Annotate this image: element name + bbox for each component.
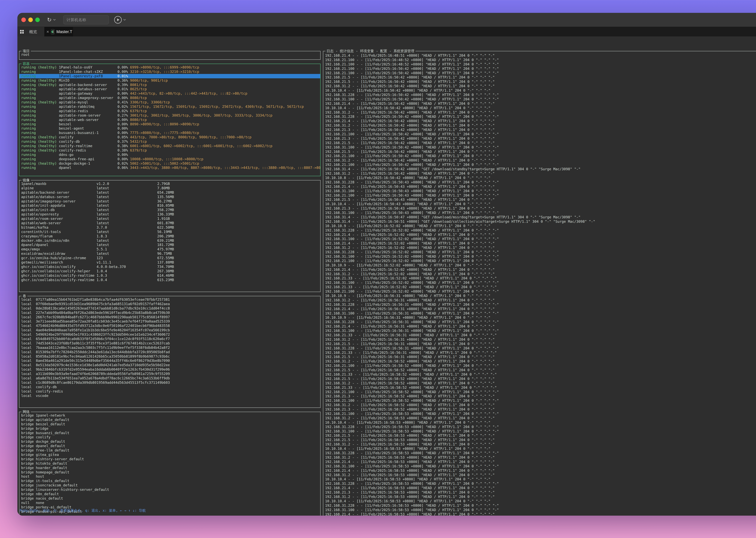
container-row[interactable]: running apitable-imageproxy-server 0.00%… (21, 96, 320, 100)
container-row[interactable]: running deepseek-free-api 0.00% 10008->8… (21, 157, 320, 161)
volume-row[interactable]: local 7baaaa16112e8bc7caa2aa3c5803c7f5fc… (21, 346, 320, 350)
volume-row[interactable]: local 815309a7bffc78204b2550ddc244a3e61d… (21, 350, 320, 354)
volume-row[interactable]: local 5496924be29ff690b65e1f031c4386023f… (21, 332, 320, 337)
network-row[interactable]: bridge hitokto_default (21, 461, 320, 466)
network-row[interactable]: bridge hishtory-server_default (21, 457, 320, 461)
image-row[interactable]: apitable/web-server latest 601.87MB (21, 221, 320, 225)
container-row[interactable]: running (healthy) coolify 0.05% 443/tcp,… (21, 135, 320, 139)
image-row[interactable]: ghcr.io/coollabsio/coolify-realtime 1.0.… (21, 278, 320, 282)
volume-row[interactable]: local a311b690e3b93a9efaad74f6e62068789c… (21, 372, 320, 376)
volume-row[interactable]: local 85058a2d0181e9bcfec04aa61261426b65… (21, 354, 320, 359)
network-row[interactable]: bridge linuxserver-hishtory-server_defau… (21, 488, 320, 492)
panel-project[interactable]: 项目 root (19, 51, 321, 60)
close-window-button[interactable] (21, 18, 26, 22)
container-row[interactable]: running apitable-rabbitmq 0.02% 15671/tc… (21, 104, 320, 109)
image-row[interactable]: gcr.io/zenika-hub/alpine-chrome 123 672.… (21, 256, 320, 260)
container-row[interactable]: running beszel 0.00% 8090->8090/tcp, :::… (21, 122, 320, 127)
network-row[interactable]: bridge beszel_default (21, 422, 320, 426)
volume-row[interactable]: local 9bb23846bfc6319fd2e95594eaba16ddab… (21, 367, 320, 372)
container-row[interactable]: running apitable-web-server 0.00% 8080/t… (21, 118, 320, 122)
container-row[interactable]: running (healthy) MinIO 0.36% 9000/tcp, … (21, 78, 320, 83)
network-row[interactable]: bridge hoarder_default (21, 466, 320, 470)
network-row[interactable]: bridge n8n_default (21, 492, 320, 496)
volume-row[interactable]: local 47546024b96d80435d75fd93712a3dbc0e… (21, 324, 320, 328)
container-row[interactable]: running busuanzi-busuanzi-1 0.00% 7775->… (21, 131, 320, 135)
network-row[interactable]: host host (21, 474, 320, 479)
network-row[interactable]: bridge dockge_default (21, 439, 320, 444)
container-row[interactable]: running beszel-agent 0.00% (21, 126, 320, 131)
container-row[interactable]: running apitable-redis 0.02% 6379/tcp (21, 109, 320, 113)
container-row[interactable]: running dpanel 0.06% 3443->443/tcp, 3880… (21, 166, 320, 170)
image-row[interactable]: corentinth/it-tools latest 56.19MB (21, 230, 320, 234)
volume-row[interactable]: local coolify-db (21, 385, 320, 389)
image-row[interactable]: bitnami/kafka 3.7.0 622.50MB (21, 225, 320, 230)
image-row[interactable]: 1panel/maxkb v1.2.0 2.79GB (21, 182, 320, 186)
container-row[interactable]: running (healthy) dockge-dockge-1 0.02% … (21, 161, 320, 166)
container-row[interactable]: running apitable-gateway 0.00% 442->443/… (21, 91, 320, 96)
image-row[interactable]: apitable/room-server latest 1.91GB (21, 217, 320, 221)
panel-volumes[interactable]: 卷 local 07177a80ea15b64761bd2f1a8e838b4c… (19, 296, 321, 408)
host-input[interactable] (64, 18, 109, 22)
minimize-window-button[interactable] (28, 18, 33, 22)
tab-terminal-session[interactable]: × $▍ Master.T (44, 27, 73, 36)
volume-row[interactable]: local 74d53d43ce23f68bf3a9b11c3f35ff6ce3… (21, 341, 320, 346)
zoom-window-button[interactable] (35, 18, 40, 22)
container-row[interactable]: running (healthy) apitable-backend-serve… (21, 83, 320, 87)
image-row[interactable]: ghcr.io/coollabsio/coolify-realtime 1.0.… (21, 273, 320, 278)
image-row[interactable]: apitable/init-db latest 358.27MB (21, 208, 320, 212)
volume-row[interactable]: local 3e711eee86ad5baea85e72aa20fa81cb03… (21, 319, 320, 324)
container-row[interactable]: running (healthy) coolify-redis 0.38% 63… (21, 148, 320, 153)
image-row[interactable]: dpanel/dpanel latest 181.72MB (21, 243, 320, 247)
container-row[interactable]: running apitable-room-server 0.27% 3001/… (21, 113, 320, 118)
volume-row[interactable]: local 07f60ebae9e9391cd53d31ea9689b675cb… (21, 302, 320, 306)
image-row[interactable]: alpine latest 7.80MB (21, 186, 320, 190)
panel-images[interactable]: 镜像 1panel/maxkb v1.2.0 2.79GBalpine late… (19, 180, 321, 292)
sync-control[interactable]: ↻ (47, 13, 56, 27)
image-row[interactable]: getmeili/meilisearch v1.11.1 137.88MB (21, 260, 320, 265)
volume-row[interactable]: local 8aed36a461a291de50c315e54489d6ef35… (21, 358, 320, 363)
image-row[interactable]: apitable/databus-server latest 135.56MB (21, 195, 320, 199)
network-row[interactable]: bridge coolify (21, 435, 320, 439)
close-tab-icon[interactable]: × (46, 29, 49, 34)
image-row[interactable]: apitable/backend-server latest 654.28MB (21, 190, 320, 195)
volume-row[interactable]: local a6a8d7b11be534f651ea7a052a678a4dbd… (21, 376, 320, 380)
image-row[interactable]: ghcr.io/coollabsio/coolify-helper 1.0.4 … (21, 269, 320, 273)
network-row[interactable]: bridge gitea_gitea (21, 453, 320, 457)
run-control[interactable] (114, 13, 126, 27)
tab-overview[interactable]: 概览 (17, 27, 44, 36)
volume-row[interactable]: local 227e7abb99a484a0baf6f26a2d863ede59… (21, 311, 320, 315)
volume-row[interactable]: local c1c8689d8c8fcae86179da309db8019569… (21, 380, 320, 385)
volume-row[interactable]: local 2667cfec920b8b94ba8fc6271c4687bbb9… (21, 315, 320, 319)
volume-row[interactable]: local 07177a80ea15b64761bd2f1a8e838b4ca7… (21, 297, 320, 302)
network-row[interactable]: bridge dpanel_default (21, 444, 320, 448)
network-row[interactable]: bridge bridge (21, 426, 320, 431)
host-selector[interactable] (63, 15, 109, 24)
container-row[interactable]: running (healthy) coolify-realtime 0.38%… (21, 144, 320, 148)
image-row[interactable]: docker.n8n.io/n8nio/n8n latest 639.21MB (21, 239, 320, 243)
network-row[interactable]: bridge nacos_default (21, 496, 320, 501)
image-row[interactable]: apitable/imageproxy-server latest 36.27M… (21, 199, 320, 203)
image-row[interactable]: apitable/init-appdata latest 816.05MB (21, 203, 320, 208)
container-row[interactable]: running apitable-databus-server 0.01% 86… (21, 87, 320, 91)
image-row[interactable]: ghcr.io/coollabsio/coolify 4.0.0-beta.37… (21, 265, 320, 269)
volume-row[interactable]: local 4ae04e94e040aae7a958fe1a1b1b3dc6be… (21, 328, 320, 332)
network-row[interactable]: bridge homepage_default (21, 470, 320, 474)
container-row[interactable]: running 1Panel-lobe-chat-sIKZ 0.00% 3210… (21, 70, 320, 74)
panel-containers[interactable]: 容器 running (healthy) 1Panel-halo-os6Y 0.… (19, 64, 321, 176)
panel-logs[interactable]: 日志 - 统计信息 - 环境变量 - 配置 - 系统资源管理 192.168.2… (323, 51, 756, 515)
container-row[interactable]: running (healthy) 1Panel-halo-os6Y 0.00%… (21, 65, 320, 70)
image-row[interactable]: crazymax/flarum 1.8.3 206.29MB (21, 234, 320, 239)
network-row[interactable]: bridge apitable_default (21, 418, 320, 422)
network-row[interactable]: null none (21, 501, 320, 505)
network-row[interactable]: bridge busuanzi_default (21, 431, 320, 435)
image-row[interactable]: emqx/emqx 5.5.1 475.97MB (21, 247, 320, 251)
network-row[interactable]: bridge jsoncrackcom_default (21, 483, 320, 488)
volume-row[interactable]: local vscode (21, 394, 320, 398)
container-row[interactable]: running (healthy) coolify-db 0.37% 5432/… (21, 139, 320, 144)
network-row[interactable]: bridge 1panel-network (21, 413, 320, 418)
network-row[interactable]: bridge it-tools_default (21, 479, 320, 483)
image-row[interactable]: apitable/openresty latest 136.33MB (21, 212, 320, 217)
container-row[interactable]: running 1Panel-openresty-pxF8 0.01% (19, 74, 320, 78)
volume-row[interactable]: local 8e513da502079c4e1536ce1d38e1a6d0d4… (21, 363, 320, 367)
panel-networks[interactable]: 网络 bridge 1panel-networkbridge apitable_… (19, 412, 321, 515)
